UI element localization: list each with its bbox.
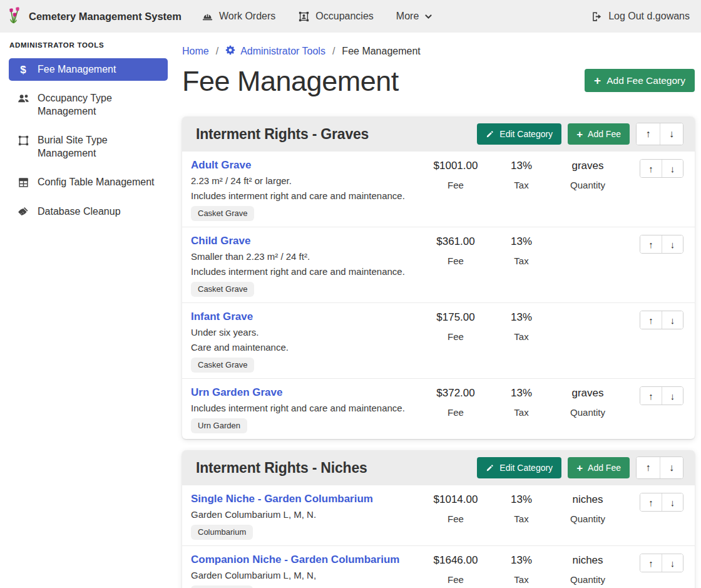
move-category-down-button[interactable]: ↓	[660, 123, 683, 145]
fee-quantity-label: Quantity	[550, 407, 626, 418]
fee-tax-column: 13% Tax	[493, 554, 550, 588]
fee-name-link[interactable]: Infant Grave	[191, 311, 253, 323]
fee-list: Single Niche - Garden Columbarium Garden…	[182, 485, 695, 588]
fee-tax-column: 13% Tax	[493, 235, 550, 297]
fee-name-link[interactable]: Adult Grave	[191, 159, 251, 172]
fee-amount-column: $372.00 Fee	[418, 386, 493, 433]
sidebar-item-occupancy-type-management[interactable]: Occupancy Type Management	[9, 87, 168, 123]
nav-more[interactable]: More	[396, 11, 432, 22]
fee-quantity-value: graves	[550, 160, 626, 172]
move-category-up-button[interactable]: ↑	[637, 457, 660, 478]
fee-reorder-group: ↑ ↓	[640, 554, 683, 572]
nav-work-orders[interactable]: Work Orders	[202, 11, 275, 23]
move-fee-up-button[interactable]: ↑	[640, 160, 662, 177]
fee-type-badge: Columbarium	[191, 525, 253, 540]
move-fee-down-button[interactable]: ↓	[662, 311, 683, 329]
pencil-icon	[486, 130, 494, 138]
fee-name-link[interactable]: Child Grave	[191, 235, 250, 247]
fee-row: Adult Grave 2.23 m² / 24 ft² or larger.I…	[182, 152, 695, 227]
move-fee-up-button[interactable]: ↑	[640, 493, 662, 511]
fee-tax-column: 13% Tax	[493, 493, 550, 540]
app-brand[interactable]: Cemetery Management System	[8, 6, 182, 26]
sidebar-item-label: Occupancy Type Management	[38, 92, 161, 118]
move-fee-down-button[interactable]: ↓	[662, 387, 683, 405]
move-fee-up-button[interactable]: ↑	[640, 311, 662, 329]
category-header: Interment Rights - Niches Edit Category …	[182, 450, 695, 485]
move-fee-down-button[interactable]: ↓	[662, 235, 683, 253]
breadcrumb-admin-tools-link[interactable]: Administrator Tools	[225, 45, 325, 58]
fee-quantity-label: Quantity	[550, 180, 626, 190]
fee-description: Garden Columbarium L, M, N,	[191, 570, 418, 580]
plus-icon: +	[576, 129, 583, 140]
fee-type-badge: Columbarium	[191, 585, 253, 588]
fee-quantity-column: niches Quantity	[550, 554, 626, 588]
logout-icon	[591, 11, 603, 23]
fee-type-badge: Casket Grave	[191, 282, 254, 297]
fee-quantity-value: niches	[550, 493, 626, 506]
edit-category-button[interactable]: Edit Category	[477, 457, 561, 478]
sidebar-item-fee-management[interactable]: $ Fee Management	[9, 58, 168, 81]
nav-occupancies[interactable]: Occupancies	[298, 11, 374, 23]
edit-category-button[interactable]: Edit Category	[477, 123, 561, 145]
chevron-down-icon	[424, 13, 432, 21]
fee-tax-value: 13%	[493, 387, 550, 400]
fee-description: Care and maintenance.	[191, 342, 418, 353]
fee-quantity-label: Quantity	[550, 513, 626, 524]
sidebar-item-database-cleanup[interactable]: Database Cleanup	[9, 200, 168, 223]
fee-tax-column: 13% Tax	[493, 159, 550, 221]
add-fee-button[interactable]: + Add Fee	[568, 457, 630, 478]
add-fee-button[interactable]: + Add Fee	[568, 123, 630, 145]
fee-quantity-column: graves Quantity	[550, 386, 626, 433]
fee-description: Includes interment right and care and ma…	[191, 266, 418, 277]
fee-name-link[interactable]: Urn Garden Grave	[191, 386, 282, 399]
fee-reorder-group: ↑ ↓	[640, 311, 683, 329]
breadcrumb-home-link[interactable]: Home	[182, 46, 209, 57]
fee-list: Adult Grave 2.23 m² / 24 ft² or larger.I…	[182, 152, 695, 439]
move-category-down-button[interactable]: ↓	[660, 457, 683, 478]
breadcrumb-separator: /	[332, 46, 335, 57]
fee-amount-column: $1001.00 Fee	[418, 159, 493, 221]
fee-row: Child Grave Smaller than 2.23 m² / 24 ft…	[182, 227, 695, 302]
breadcrumb-admin-tools-label: Administrator Tools	[240, 46, 325, 57]
sidebar-item-burial-site-type-management[interactable]: Burial Site Type Management	[9, 129, 168, 165]
sidebar-item-config-table-management[interactable]: Config Table Management	[9, 171, 168, 193]
category-title: Interment Rights - Graves	[196, 126, 369, 143]
add-fee-category-button[interactable]: + Add Fee Category	[585, 69, 695, 92]
fee-amount-label: Fee	[418, 407, 493, 418]
fee-name-link[interactable]: Single Niche - Garden Columbarium	[191, 493, 373, 505]
move-fee-down-button[interactable]: ↓	[662, 554, 683, 572]
fee-description: 2.23 m² / 24 ft² or larger.	[191, 175, 418, 186]
fee-quantity-label: Quantity	[550, 574, 626, 585]
broom-icon	[16, 206, 30, 218]
person-frame-icon	[298, 11, 310, 23]
edit-category-label: Edit Category	[499, 463, 553, 473]
fee-name-link[interactable]: Companion Niche - Garden Columbarium	[191, 554, 399, 566]
move-fee-up-button[interactable]: ↑	[640, 554, 662, 572]
main-content: Home / Administrator Tools / Fee Managem…	[175, 33, 701, 588]
fee-tax-label: Tax	[493, 180, 550, 190]
category-reorder-group: ↑ ↓	[636, 456, 683, 479]
add-fee-category-label: Add Fee Category	[606, 75, 685, 86]
plus-icon: +	[594, 75, 601, 86]
fee-amount-column: $175.00 Fee	[418, 311, 493, 373]
move-fee-down-button[interactable]: ↓	[662, 160, 683, 177]
tulip-logo-icon	[8, 6, 23, 26]
fee-tax-label: Tax	[493, 331, 550, 342]
logout-link[interactable]: Log Out d.gowans	[591, 11, 690, 23]
fee-reorder-group: ↑ ↓	[640, 159, 683, 178]
move-fee-down-button[interactable]: ↓	[662, 493, 683, 511]
fee-amount-label: Fee	[418, 513, 493, 524]
navbar-links: Work Orders Occupancies More	[202, 11, 432, 23]
plus-icon: +	[576, 463, 583, 473]
move-category-up-button[interactable]: ↑	[637, 123, 660, 145]
fee-category-list: Interment Rights - Graves Edit Category …	[182, 116, 695, 588]
fee-amount-label: Fee	[418, 255, 493, 266]
fee-tax-value: 13%	[493, 235, 550, 248]
logout-label: Log Out d.gowans	[608, 11, 690, 22]
fee-tax-value: 13%	[493, 493, 550, 506]
fee-quantity-value: graves	[550, 387, 626, 400]
add-fee-label: Add Fee	[588, 463, 621, 473]
move-fee-up-button[interactable]: ↑	[640, 387, 662, 405]
fee-amount-value: $372.00	[418, 387, 493, 400]
move-fee-up-button[interactable]: ↑	[640, 235, 662, 253]
